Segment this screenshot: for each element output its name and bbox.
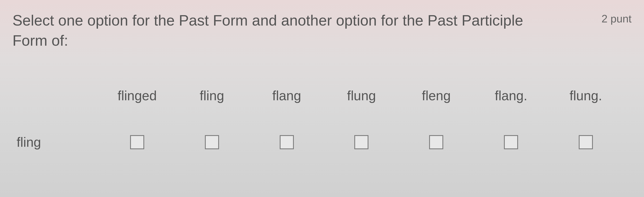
checkbox-cell [249, 135, 324, 149]
column-header-flung-dot: flung. [548, 88, 623, 103]
checkbox-cell [399, 135, 474, 149]
column-header-flinged: flinged [100, 88, 174, 103]
checkbox-cell [474, 135, 548, 149]
options-grid: flinged fling flang flung fleng flang. f… [12, 88, 632, 150]
checkbox-cell [324, 135, 399, 149]
checkbox-cell [100, 135, 174, 149]
column-header-fling: fling [174, 88, 249, 103]
question-prompt: Select one option for the Past Form and … [12, 10, 532, 51]
points-label: 2 punt [602, 12, 632, 25]
checkbox-cell [548, 135, 623, 149]
checkbox-flung-dot[interactable] [579, 135, 593, 149]
column-header-fleng: fleng [399, 88, 474, 103]
question-container: Select one option for the Past Form and … [0, 0, 644, 197]
column-header-flang: flang [249, 88, 324, 103]
column-header-flung: flung [324, 88, 399, 103]
checkbox-flang-dot[interactable] [504, 135, 518, 149]
checkbox-flung[interactable] [354, 135, 368, 149]
row-label-fling: fling [12, 135, 100, 150]
checkbox-flang[interactable] [280, 135, 294, 149]
checkbox-fling[interactable] [205, 135, 219, 149]
checkbox-fleng[interactable] [429, 135, 443, 149]
checkbox-flinged[interactable] [130, 135, 144, 149]
checkbox-cell [174, 135, 249, 149]
column-header-flang-dot: flang. [474, 88, 548, 103]
header-row: Select one option for the Past Form and … [12, 10, 632, 51]
